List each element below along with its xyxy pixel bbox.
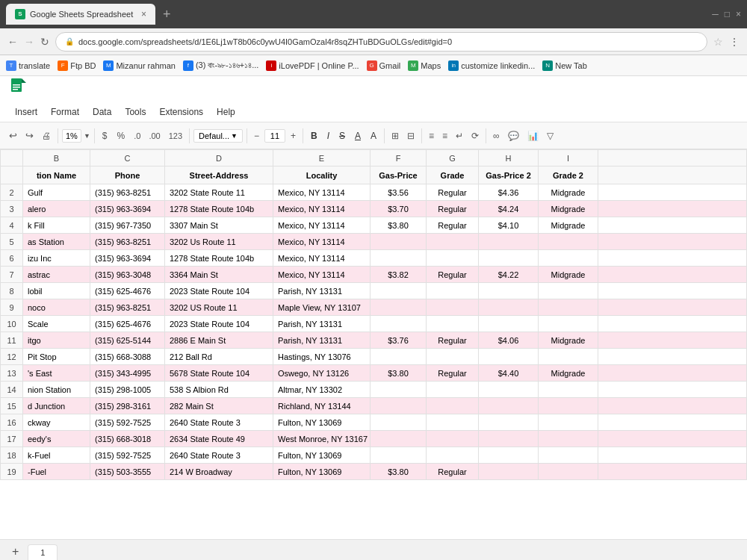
cell-name[interactable]: d Junction xyxy=(23,398,90,414)
cell-grade2[interactable]: Midgrade xyxy=(539,201,598,217)
cell-phone[interactable]: (315) 963-3048 xyxy=(90,267,165,283)
cell-grade2[interactable] xyxy=(539,283,598,299)
cell-street[interactable]: 1278 State Route 104b xyxy=(165,250,273,267)
cell-grade[interactable] xyxy=(427,398,479,414)
cell-locality[interactable]: Mexico, NY 13114 xyxy=(273,234,371,250)
align-center-btn[interactable]: ≡ xyxy=(439,129,450,143)
header-grade2[interactable]: Grade 2 xyxy=(539,167,598,184)
cell-phone[interactable]: (315) 967-7350 xyxy=(90,217,165,234)
cell-phone[interactable]: (315) 298-1005 xyxy=(90,382,165,398)
cell-locality[interactable]: Parish, NY 13131 xyxy=(273,283,371,299)
header-grade[interactable]: Grade xyxy=(427,167,479,184)
cell-locality[interactable]: Maple View, NY 13107 xyxy=(273,299,371,316)
header-name[interactable]: tion Name xyxy=(23,167,90,184)
cell-street[interactable]: 282 Main St xyxy=(165,398,273,414)
cell-grade2[interactable] xyxy=(539,316,598,332)
cell-name[interactable]: izu Inc xyxy=(23,250,90,267)
cell-name[interactable]: alero xyxy=(23,201,90,217)
cell-locality[interactable]: Mexico, NY 13114 xyxy=(273,267,371,283)
cell-grade2[interactable] xyxy=(539,299,598,316)
cell-gasprice2[interactable] xyxy=(479,382,539,398)
cell-locality[interactable]: Altmar, NY 13302 xyxy=(273,382,371,398)
cell-gasprice[interactable] xyxy=(371,447,427,464)
cell-phone[interactable]: (315) 298-3161 xyxy=(90,398,165,414)
cell-phone[interactable]: (315) 625-4676 xyxy=(90,283,165,299)
cell-street[interactable]: 2634 State Route 49 xyxy=(165,431,273,447)
cell-phone[interactable]: (315) 963-8251 xyxy=(90,299,165,316)
cell-gasprice[interactable] xyxy=(371,431,427,447)
cell-grade2[interactable] xyxy=(539,250,598,267)
zoom-display[interactable]: 1% xyxy=(62,129,81,143)
cell-street[interactable]: 2640 State Route 3 xyxy=(165,414,273,431)
more-formats-btn[interactable]: 123 xyxy=(166,130,185,142)
header-gasprice2[interactable]: Gas-Price 2 xyxy=(479,167,539,184)
cell-phone[interactable]: (315) 592-7525 xyxy=(90,447,165,464)
cell-grade[interactable] xyxy=(427,316,479,332)
bookmark-gmail[interactable]: G Gmail xyxy=(367,60,401,71)
cell-gasprice[interactable] xyxy=(371,316,427,332)
cell-gasprice2[interactable] xyxy=(479,316,539,332)
cell-street[interactable]: 214 W Broadway xyxy=(165,464,273,480)
cell-phone[interactable]: (315) 625-5144 xyxy=(90,332,165,349)
col-header-d[interactable]: D xyxy=(165,150,273,167)
tab-close-icon[interactable]: × xyxy=(135,9,146,19)
bookmark-ftp[interactable]: F Ftp BD xyxy=(58,60,96,71)
font-selector[interactable]: Defaul... ▼ xyxy=(193,129,243,143)
cell-gasprice2[interactable] xyxy=(479,431,539,447)
cell-street[interactable]: 2023 State Route 104 xyxy=(165,283,273,299)
wrap-btn[interactable]: ↵ xyxy=(453,129,466,143)
currency-btn[interactable]: $ xyxy=(99,129,111,143)
cell-phone[interactable]: (315) 963-8251 xyxy=(90,234,165,250)
cell-grade2[interactable] xyxy=(539,431,598,447)
cell-grade[interactable]: Regular xyxy=(427,365,479,382)
maximize-icon[interactable]: □ xyxy=(725,9,730,19)
decimal-increase-btn[interactable]: .00 xyxy=(146,130,163,142)
cell-gasprice[interactable] xyxy=(371,382,427,398)
cell-gasprice2[interactable]: $4.06 xyxy=(479,332,539,349)
cell-gasprice[interactable]: $3.82 xyxy=(371,267,427,283)
cell-name[interactable]: -Fuel xyxy=(23,464,90,480)
cell-phone[interactable]: (315) 963-8251 xyxy=(90,184,165,201)
cell-name[interactable]: astrac xyxy=(23,267,90,283)
cell-name[interactable]: k Fill xyxy=(23,217,90,234)
increase-font-btn[interactable]: + xyxy=(288,129,299,143)
close-browser-icon[interactable]: × xyxy=(736,9,741,19)
cell-gasprice[interactable] xyxy=(371,234,427,250)
cell-phone[interactable]: (315) 503-3555 xyxy=(90,464,165,480)
cell-phone[interactable]: (315) 668-3018 xyxy=(90,431,165,447)
cell-grade[interactable] xyxy=(427,250,479,267)
cell-grade[interactable]: Regular xyxy=(427,217,479,234)
col-header-b[interactable]: B xyxy=(23,150,90,167)
cell-grade2[interactable] xyxy=(539,398,598,414)
menu-format[interactable]: Format xyxy=(45,105,85,119)
cell-street[interactable]: 5678 State Route 104 xyxy=(165,365,273,382)
comment-btn[interactable]: 💬 xyxy=(505,129,522,143)
cell-gasprice2[interactable] xyxy=(479,234,539,250)
col-header-f[interactable]: F xyxy=(371,150,427,167)
bookmark-fb[interactable]: f (3) বাং-৯৮-১৪৬+১৪... xyxy=(183,60,258,71)
cell-locality[interactable]: West Monroe, NY 13167 xyxy=(273,431,371,447)
cell-gasprice[interactable] xyxy=(371,349,427,365)
bookmark-mizanur[interactable]: M Mizanur rahman xyxy=(103,60,175,71)
cell-name[interactable]: 's East xyxy=(23,365,90,382)
sheet-tab-1[interactable]: 1 xyxy=(28,544,58,560)
filter-btn[interactable]: ▽ xyxy=(544,129,557,143)
cell-name[interactable]: Scale xyxy=(23,316,90,332)
col-header-h[interactable]: H xyxy=(479,150,539,167)
text-color-btn[interactable]: A xyxy=(351,129,365,143)
cell-locality[interactable]: Fulton, NY 13069 xyxy=(273,414,371,431)
bookmark-maps[interactable]: M Maps xyxy=(408,60,441,71)
cell-grade2[interactable]: Midgrade xyxy=(539,217,598,234)
address-input[interactable]: 🔒 docs.google.com/spreadsheets/d/1E6Lj1w… xyxy=(55,32,707,52)
cell-locality[interactable]: Parish, NY 13131 xyxy=(273,332,371,349)
cell-name[interactable]: lobil xyxy=(23,283,90,299)
cell-gasprice[interactable]: $3.80 xyxy=(371,464,427,480)
cell-grade2[interactable] xyxy=(539,464,598,480)
redo-icon[interactable]: ↪ xyxy=(22,128,37,143)
cell-street[interactable]: 3307 Main St xyxy=(165,217,273,234)
bookmark-star-icon[interactable]: ☆ xyxy=(713,36,723,48)
cell-street[interactable]: 3364 Main St xyxy=(165,267,273,283)
cell-gasprice[interactable]: $3.70 xyxy=(371,201,427,217)
cell-gasprice2[interactable] xyxy=(479,447,539,464)
col-header-g[interactable]: G xyxy=(427,150,479,167)
